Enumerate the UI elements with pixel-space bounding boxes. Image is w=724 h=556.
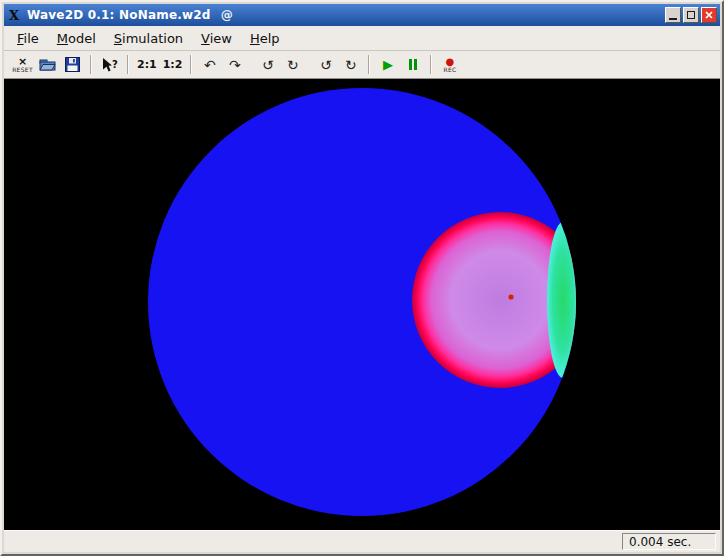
- zoom-1to2-button[interactable]: 1:2: [160, 53, 186, 77]
- spiral-icon: @: [221, 8, 233, 22]
- window-controls: [665, 7, 717, 23]
- wave-source-marker: [508, 294, 513, 299]
- spin-ccw-button[interactable]: ↺: [313, 53, 338, 77]
- rotate-ccw-button[interactable]: ↶: [197, 53, 222, 77]
- maximize-icon: [687, 11, 695, 19]
- open-file-button[interactable]: [35, 53, 60, 77]
- play-button[interactable]: ▶: [375, 53, 400, 77]
- reset-label: RESET: [12, 67, 33, 73]
- window-title: Wave2D 0.1: NoName.w2d: [27, 8, 211, 22]
- open-folder-icon: [39, 57, 56, 72]
- close-button[interactable]: [701, 7, 717, 23]
- toolbar-separator: [368, 55, 370, 74]
- menu-simulation[interactable]: Simulation: [105, 28, 192, 49]
- toolbar-separator: [190, 55, 192, 74]
- pause-button[interactable]: [400, 53, 425, 77]
- rotate-ccw-icon: ↶: [204, 58, 216, 72]
- minimize-button[interactable]: [665, 7, 681, 23]
- svg-text:?: ?: [112, 58, 118, 69]
- toolbar-separator: [127, 55, 129, 74]
- toolbar-separator: [430, 55, 432, 74]
- menu-model[interactable]: Model: [48, 28, 105, 49]
- context-help-button[interactable]: ?: [97, 53, 122, 77]
- titlebar[interactable]: X Wave2D 0.1: NoName.w2d @: [4, 4, 720, 26]
- toolbar-separator: [90, 55, 92, 74]
- rotate-cw-icon: ↷: [229, 58, 241, 72]
- pause-icon: [414, 59, 417, 70]
- menu-view[interactable]: View: [192, 28, 241, 49]
- orbit-cw-button[interactable]: ↻: [280, 53, 305, 77]
- close-icon: [705, 11, 713, 19]
- menubar: File Model Simulation View Help: [4, 26, 720, 51]
- pause-icon: [409, 59, 412, 70]
- save-button[interactable]: [60, 53, 85, 77]
- simulation-time-display: 0.004 sec.: [622, 533, 716, 550]
- spin-cw-button[interactable]: ↻: [338, 53, 363, 77]
- reset-button[interactable]: × RESET: [10, 53, 35, 77]
- statusbar: 0.004 sec.: [4, 530, 720, 552]
- spin-ccw-icon: ↺: [320, 58, 332, 72]
- maximize-button[interactable]: [683, 7, 699, 23]
- rotate-cw-button[interactable]: ↷: [222, 53, 247, 77]
- floppy-disk-icon: [65, 57, 80, 72]
- toolbar: × RESET ? 2:1 1:2: [4, 51, 720, 79]
- menu-file[interactable]: File: [8, 28, 48, 49]
- orbit-ccw-icon: ↺: [262, 58, 274, 72]
- zoom-2to1-button[interactable]: 2:1: [134, 53, 160, 77]
- record-icon: ●: [446, 57, 455, 67]
- menu-help[interactable]: Help: [241, 28, 289, 49]
- record-label: REC: [443, 67, 456, 73]
- app-window: X Wave2D 0.1: NoName.w2d @ File Model Si…: [0, 0, 724, 556]
- orbit-cw-icon: ↻: [287, 58, 299, 72]
- x11-app-icon: X: [7, 8, 21, 23]
- play-icon: ▶: [383, 58, 393, 71]
- orbit-ccw-button[interactable]: ↺: [255, 53, 280, 77]
- wave-simulation-view: [4, 79, 720, 530]
- spin-cw-icon: ↻: [345, 58, 357, 72]
- help-cursor-icon: ?: [101, 57, 119, 73]
- record-button[interactable]: ● REC: [437, 53, 462, 77]
- simulation-canvas[interactable]: [4, 79, 720, 530]
- minimize-icon: [669, 18, 677, 20]
